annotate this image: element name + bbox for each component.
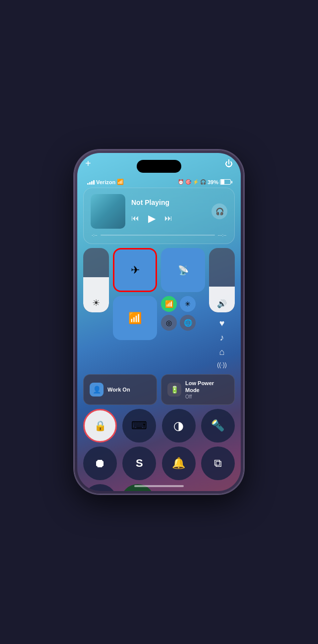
dark-mode-button[interactable]: ◑ xyxy=(162,409,196,443)
screen-record-icon: ⏺ xyxy=(94,456,106,470)
work-on-text: Work On xyxy=(107,386,130,393)
dynamic-island xyxy=(137,160,181,173)
control-center: Not Playing ⏮ ▶ ⏭ 🎧 -:-- ---:-- xyxy=(83,188,235,481)
work-on-button[interactable]: 👤 Work On xyxy=(83,374,157,405)
signal-bar-3 xyxy=(91,181,93,185)
globe-button[interactable]: 🌐 xyxy=(180,315,196,331)
low-power-status: Off xyxy=(185,394,228,399)
shazam-button[interactable]: S xyxy=(122,446,156,480)
flashlight-icon: 🔦 xyxy=(211,419,224,432)
low-power-icon: 🔋 xyxy=(170,386,179,394)
brightness-icon: ☀ xyxy=(92,297,100,308)
battery-icon xyxy=(220,179,231,185)
media-progress: -:-- ---:-- xyxy=(91,233,227,238)
battery-percent: 39% xyxy=(208,179,218,185)
charging-icon: ⚡ xyxy=(193,179,199,185)
right-col: 🔊 ♥ ♪ ⌂ ((·)) xyxy=(209,248,235,370)
screen-lock-button[interactable]: 🔒 xyxy=(83,409,117,443)
brightness-slider[interactable]: ☀ xyxy=(83,248,109,312)
cell-bt-group: 📶 ✳ ◎ 🌐 xyxy=(161,296,205,340)
bell-icon: 🔔 xyxy=(172,457,185,470)
focus-icon-small: ◎ xyxy=(166,319,172,327)
cellular-signal-icon[interactable]: ((·)) xyxy=(217,361,226,368)
alarm-icon: ⏰ xyxy=(178,179,184,185)
media-player[interactable]: Not Playing ⏮ ▶ ⏭ 🎧 -:-- ---:-- xyxy=(83,188,235,244)
work-on-icon-bg: 👤 xyxy=(90,383,104,396)
signal-bar-1 xyxy=(87,183,89,185)
screen-record-button[interactable]: ⏺ xyxy=(83,446,117,480)
app-circles-row-1: 🔒 ⌨ ◑ 🔦 xyxy=(83,409,235,443)
health-icon[interactable]: ♥ xyxy=(219,318,225,329)
airdrop-button[interactable]: 📡 xyxy=(161,248,205,292)
rewind-button[interactable]: ⏮ xyxy=(131,214,139,223)
phone-frame: + ⏻ Verizon 📶 ⏰ 🎯 ⚡ 🎧 39% xyxy=(74,150,244,494)
bluetooth-icon: ✳ xyxy=(185,300,191,308)
cellular-icon: 📶 xyxy=(165,300,173,308)
dark-mode-icon: ◑ xyxy=(173,419,184,433)
media-controls: ⏮ ▶ ⏭ xyxy=(131,212,212,224)
media-status: Not Playing xyxy=(131,198,212,206)
focus-mode-button[interactable]: ◎ xyxy=(161,315,177,331)
airplay-button[interactable]: 🎧 xyxy=(212,203,227,219)
toggle-grid: ✈ 📡 📶 xyxy=(113,248,205,370)
low-power-button[interactable]: 🔋 Low Power Mode Off xyxy=(161,374,235,405)
music-icon[interactable]: ♪ xyxy=(219,333,224,343)
wifi-icon: 📶 xyxy=(128,312,142,325)
shazam-icon: S xyxy=(136,457,143,470)
signal-bars xyxy=(87,180,95,185)
album-art xyxy=(91,194,125,229)
mirror-button[interactable]: ⧉ xyxy=(201,446,235,480)
bell-button[interactable]: 🔔 xyxy=(162,446,196,480)
signal-bar-2 xyxy=(89,182,91,185)
calculator-button[interactable]: ⌨ xyxy=(122,409,156,443)
airdrop-icon: 📡 xyxy=(178,265,189,276)
app-circles-row-2: ⏺ S 🔔 ⧉ xyxy=(83,446,235,480)
media-info: Not Playing ⏮ ▶ ⏭ xyxy=(125,198,212,224)
wifi-button[interactable]: 📶 xyxy=(113,296,157,340)
toggle-row-2: 📶 📶 ✳ xyxy=(113,296,205,340)
media-top: Not Playing ⏮ ▶ ⏭ 🎧 xyxy=(91,194,227,229)
add-button[interactable]: + xyxy=(85,158,91,169)
home-icon[interactable]: ⌂ xyxy=(219,347,225,357)
airplay-icon: 🎧 xyxy=(215,207,224,215)
low-power-icon-bg: 🔋 xyxy=(167,383,181,396)
wifi-status-icon: 📶 xyxy=(117,179,124,185)
cellular-button[interactable]: 📶 xyxy=(161,296,177,312)
toggle-row-1: ✈ 📡 xyxy=(113,248,205,292)
feature-row: 👤 Work On 🔋 Low Power Mode Off xyxy=(83,374,235,405)
play-button[interactable]: ▶ xyxy=(148,212,156,224)
work-on-label: Work On xyxy=(107,386,130,393)
headphone-icon: 🎧 xyxy=(200,179,206,185)
low-power-label: Low Power Mode xyxy=(185,380,228,394)
mirror-icon: ⧉ xyxy=(214,457,222,470)
calculator-icon: ⌨ xyxy=(131,419,147,432)
carrier-name: Verizon xyxy=(96,179,115,185)
work-on-icon: 👤 xyxy=(93,386,101,394)
main-controls-row: ☀ ✈ 📡 xyxy=(83,248,235,370)
volume-icon: 🔊 xyxy=(217,299,227,308)
time-remaining: ---:-- xyxy=(218,233,227,238)
status-bar: Verizon 📶 ⏰ 🎯 ⚡ 🎧 39% xyxy=(87,179,231,185)
airplane-mode-button[interactable]: ✈ xyxy=(113,248,157,292)
globe-icon: 🌐 xyxy=(184,319,192,327)
status-left: Verizon 📶 xyxy=(87,179,124,185)
volume-slider[interactable]: 🔊 xyxy=(209,248,235,312)
cell-bt-top: 📶 ✳ xyxy=(161,296,205,312)
side-icons: ♥ ♪ ⌂ ((·)) xyxy=(217,316,226,370)
signal-bar-4 xyxy=(93,180,95,185)
airplane-icon: ✈ xyxy=(131,264,140,277)
flashlight-button[interactable]: 🔦 xyxy=(201,409,235,443)
time-elapsed: -:-- xyxy=(92,233,98,238)
power-icon[interactable]: ⏻ xyxy=(225,159,233,168)
status-right: ⏰ 🎯 ⚡ 🎧 39% xyxy=(178,179,231,185)
focus-icon: 🎯 xyxy=(185,179,191,185)
mini-btns-row: ◎ 🌐 xyxy=(161,315,205,331)
battery-fill xyxy=(221,180,224,184)
progress-bar[interactable] xyxy=(101,235,215,236)
bluetooth-button[interactable]: ✳ xyxy=(180,296,196,312)
hearing-button[interactable]: 👂 xyxy=(83,484,117,491)
phone-screen: + ⏻ Verizon 📶 ⏰ 🎯 ⚡ 🎧 39% xyxy=(77,153,241,491)
low-power-text: Low Power Mode Off xyxy=(185,380,228,399)
screen-lock-icon: 🔒 xyxy=(94,420,106,432)
fast-forward-button[interactable]: ⏭ xyxy=(164,214,172,223)
